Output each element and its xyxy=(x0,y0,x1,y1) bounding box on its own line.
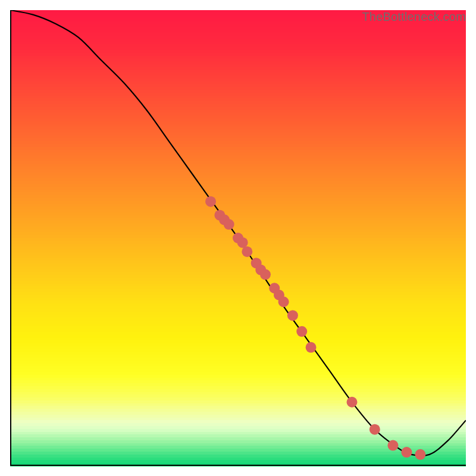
data-point xyxy=(401,447,412,458)
watermark-text: TheBottleneck.com xyxy=(362,10,466,24)
data-point xyxy=(287,310,298,321)
data-point xyxy=(387,440,398,451)
data-point xyxy=(369,424,380,435)
data-point xyxy=(242,246,252,257)
data-point xyxy=(224,219,234,230)
chart-container: TheBottleneck.com xyxy=(0,0,476,476)
data-point xyxy=(347,397,358,408)
data-point xyxy=(306,342,317,353)
chart-svg-overlay xyxy=(10,10,466,466)
data-point xyxy=(415,449,425,460)
plot-area: TheBottleneck.com xyxy=(10,10,466,466)
data-points xyxy=(205,196,425,460)
data-point xyxy=(205,196,216,207)
data-point xyxy=(278,296,289,307)
data-point xyxy=(296,326,307,337)
data-point xyxy=(237,237,248,248)
data-point xyxy=(260,269,271,280)
